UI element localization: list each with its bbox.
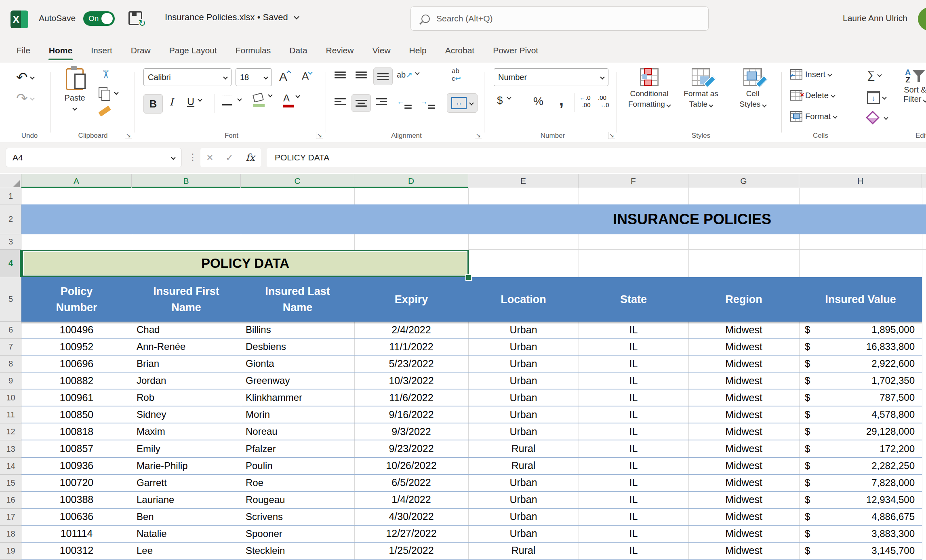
cell-B15[interactable]: Garrett — [132, 475, 241, 491]
cell-G8[interactable]: Midwest — [688, 356, 799, 372]
document-title[interactable]: Insurance Policies.xlsx • Saved — [165, 12, 299, 23]
fill-handle[interactable] — [465, 274, 472, 281]
undo-button[interactable]: ↶ — [16, 69, 34, 85]
cell-H12[interactable]: $29,128,000 — [799, 423, 922, 440]
cancel-button[interactable]: × — [206, 151, 213, 164]
cell-C15[interactable]: Roe — [241, 475, 354, 491]
font-size-select[interactable]: 18 — [236, 68, 272, 86]
insert-function-button[interactable]: fx — [246, 152, 255, 163]
tab-draw[interactable]: Draw — [122, 38, 160, 63]
tab-formulas[interactable]: Formulas — [226, 38, 280, 63]
cell-C6[interactable]: Billins — [241, 322, 354, 338]
cell-E7[interactable]: Urban — [468, 339, 579, 355]
cell-F12[interactable]: IL — [579, 423, 688, 440]
copy-button[interactable] — [99, 87, 118, 100]
number-format-select[interactable]: Number — [494, 68, 608, 86]
cell-E11[interactable]: Urban — [468, 406, 579, 423]
cell-G18[interactable]: Midwest — [688, 526, 799, 542]
currency-format-button[interactable]: $ — [497, 94, 511, 107]
enter-button[interactable]: ✓ — [225, 152, 233, 163]
tab-power-pivot[interactable]: Power Pivot — [484, 38, 547, 63]
row-header-1[interactable]: 1 — [0, 188, 21, 204]
cell-A7[interactable]: 100952 — [21, 339, 132, 355]
cell-C17[interactable]: Scrivens — [241, 509, 354, 525]
cell-H10[interactable]: $787,500 — [799, 389, 922, 406]
tab-page-layout[interactable]: Page Layout — [160, 38, 226, 63]
tab-data[interactable]: Data — [280, 38, 316, 63]
column-header-B[interactable]: B — [132, 174, 241, 188]
cell-C8[interactable]: Gionta — [241, 356, 354, 372]
cell-G10[interactable]: Midwest — [688, 389, 799, 406]
cell-E18[interactable]: Urban — [468, 526, 579, 542]
cell-B8[interactable]: Brian — [132, 356, 241, 372]
cell-B17[interactable]: Ben — [132, 509, 241, 525]
cell-styles-button[interactable]: CellStyles — [728, 67, 777, 109]
cell-A10[interactable]: 100961 — [21, 389, 132, 406]
cell-B7[interactable]: Ann-Renée — [132, 339, 241, 355]
cell-D11[interactable]: 9/16/2022 — [354, 406, 468, 423]
cell-B6[interactable]: Chad — [132, 322, 241, 338]
tab-file[interactable]: File — [7, 38, 40, 63]
clipboard-dialog-launcher[interactable]: ↘ — [125, 132, 132, 139]
row-header-2[interactable]: 2 — [0, 204, 21, 234]
cell-G11[interactable]: Midwest — [688, 406, 799, 423]
cell-C14[interactable]: Poulin — [241, 458, 354, 474]
formula-bar-grip[interactable]: ⋮ — [188, 152, 197, 162]
cell-E12[interactable]: Urban — [468, 423, 579, 440]
cell-B14[interactable]: Marie-Philip — [132, 458, 241, 474]
cell-C13[interactable]: Pfalzer — [241, 441, 354, 457]
cell-A16[interactable]: 100388 — [21, 492, 132, 508]
cell-E9[interactable]: Urban — [468, 373, 579, 389]
cell-F14[interactable]: IL — [579, 458, 688, 474]
cell-D19[interactable]: 1/25/2022 — [354, 543, 468, 559]
cell-G15[interactable]: Midwest — [688, 475, 799, 491]
cell-D10[interactable]: 11/6/2022 — [354, 389, 468, 406]
column-header-C[interactable]: C — [241, 174, 354, 188]
cell-E19[interactable]: Rural — [468, 543, 579, 559]
cell-D17[interactable]: 4/30/2022 — [354, 509, 468, 525]
cell-C9[interactable]: Greenway — [241, 373, 354, 389]
cell-H18[interactable]: $3,883,300 — [799, 526, 922, 542]
search-input[interactable]: Search (Alt+Q) — [410, 6, 709, 31]
cell-B19[interactable]: Lee — [132, 543, 241, 559]
row-header-4[interactable]: 4 — [0, 250, 21, 277]
cell-A13[interactable]: 100857 — [21, 441, 132, 457]
align-middle-button[interactable] — [356, 72, 367, 78]
row-header-17[interactable]: 17 — [0, 509, 21, 526]
conditional-formatting-button[interactable]: ConditionalFormatting — [625, 67, 674, 109]
row-header-12[interactable]: 12 — [0, 423, 21, 440]
cell-C10[interactable]: Klinkhammer — [241, 389, 354, 406]
cell-E8[interactable]: Urban — [468, 356, 579, 372]
column-header-F[interactable]: F — [579, 174, 688, 188]
cell-H13[interactable]: $172,200 — [799, 441, 922, 457]
merge-center-button[interactable]: ↔ — [447, 93, 478, 113]
cell-C16[interactable]: Rougeau — [241, 492, 354, 508]
autosum-button[interactable]: ∑ — [867, 68, 881, 81]
avatar[interactable] — [918, 7, 926, 31]
format-cells-button[interactable]: Format — [790, 111, 837, 122]
row-header-3[interactable]: 3 — [0, 234, 21, 250]
select-all-button[interactable] — [0, 174, 21, 188]
cell-A6[interactable]: 100496 — [21, 322, 132, 338]
column-header-A[interactable]: A — [21, 174, 132, 188]
cell-H5[interactable]: Insured Value — [799, 277, 922, 322]
cell-E5[interactable]: Location — [468, 277, 579, 322]
cell-B5[interactable]: Insured FirstName — [132, 277, 241, 322]
cell-A19[interactable]: 100312 — [21, 543, 132, 559]
row-header-7[interactable]: 7 — [0, 339, 21, 356]
cell-G16[interactable]: Midwest — [688, 492, 799, 508]
cell-F5[interactable]: State — [579, 277, 688, 322]
cell-F8[interactable]: IL — [579, 356, 688, 372]
bold-button[interactable]: B — [143, 94, 163, 114]
row-header-5[interactable]: 5 — [0, 277, 21, 322]
cell-H9[interactable]: $1,702,350 — [799, 373, 922, 389]
cell-F15[interactable]: IL — [579, 475, 688, 491]
row-header-19[interactable]: 19 — [0, 543, 21, 560]
cell-E10[interactable]: Urban — [468, 389, 579, 406]
align-center-button[interactable] — [351, 94, 371, 112]
align-top-button[interactable] — [335, 72, 346, 78]
cell-D9[interactable]: 10/3/2022 — [354, 373, 468, 389]
delete-cells-button[interactable]: × Delete — [790, 90, 835, 101]
cell-A18[interactable]: 101114 — [21, 526, 132, 542]
row-header-14[interactable]: 14 — [0, 458, 21, 475]
